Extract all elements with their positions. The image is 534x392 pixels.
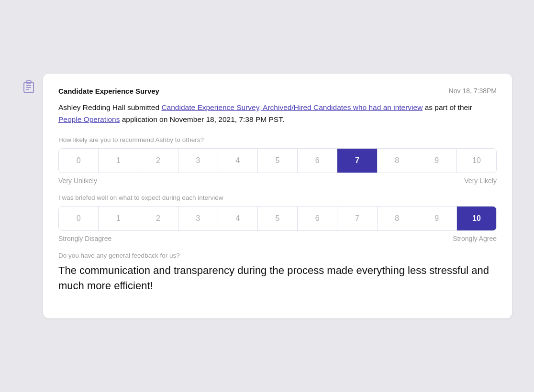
submission-text: Ashley Redding Hall submitted Candidate … [58,102,497,126]
q1-left-label: Very Unlikely [58,177,97,185]
feedback-section: Do you have any general feedback for us?… [58,252,497,294]
card-header: Candidate Experience Survey Nov 18, 7:38… [58,87,497,95]
scale-cell-3[interactable]: 3 [178,149,218,173]
survey-link[interactable]: Candidate Experience Survey, Archived/Hi… [161,103,423,111]
survey-title: Candidate Experience Survey [58,87,159,95]
q2-scale-cell-6[interactable]: 6 [298,207,337,230]
q2-scale-cell-7[interactable]: 7 [337,207,377,230]
q2-scale-cell-10-selected[interactable]: 10 [457,207,496,230]
q2-scale-cell-5[interactable]: 5 [258,207,298,230]
scale-cell-7-selected[interactable]: 7 [337,149,377,173]
scale-cell-1[interactable]: 1 [99,149,138,173]
question-2-label: I was briefed well on what to expect dur… [58,194,497,201]
question-1-scale-labels: Very Unlikely Very Likely [58,177,497,185]
question-1-scale: 0 1 2 3 4 5 6 7 8 9 10 [58,148,497,173]
q2-left-label: Strongly Disagree [58,235,111,242]
q2-scale-cell-2[interactable]: 2 [138,207,178,230]
survey-date: Nov 18, 7:38PM [449,87,497,95]
scale-cell-6[interactable]: 6 [298,149,337,173]
question-2-section: I was briefed well on what to expect dur… [58,194,497,242]
scale-cell-2[interactable]: 2 [138,149,178,173]
q1-right-label: Very Likely [464,177,497,185]
feedback-label: Do you have any general feedback for us? [58,252,497,259]
q2-scale-cell-1[interactable]: 1 [99,207,138,230]
candidate-name: Ashley Redding Hall [58,103,125,111]
question-1-label: How likely are you to recommend Ashby to… [58,136,497,143]
scale-cell-10[interactable]: 10 [457,149,496,173]
scale-cell-9[interactable]: 9 [417,149,457,173]
q2-scale-cell-9[interactable]: 9 [417,207,457,230]
q2-scale-cell-3[interactable]: 3 [178,207,218,230]
q2-scale-cell-4[interactable]: 4 [218,207,258,230]
scale-cell-8[interactable]: 8 [378,149,417,173]
scale-cell-5[interactable]: 5 [258,149,298,173]
q2-scale-cell-8[interactable]: 8 [378,207,417,230]
scale-cell-4[interactable]: 4 [218,149,258,173]
feedback-text: The communication and transparency durin… [58,263,497,294]
question-2-scale: 0 1 2 3 4 5 6 7 8 9 10 [58,206,497,231]
question-2-scale-labels: Strongly Disagree Strongly Agree [58,235,497,242]
scale-cell-0[interactable]: 0 [59,149,99,173]
q2-right-label: Strongly Agree [453,235,497,242]
survey-card: Candidate Experience Survey Nov 18, 7:38… [43,74,512,318]
question-1-section: How likely are you to recommend Ashby to… [58,136,497,185]
clipboard-icon [22,79,35,95]
department-link[interactable]: People Operations [58,115,120,123]
q2-scale-cell-0[interactable]: 0 [59,207,99,230]
